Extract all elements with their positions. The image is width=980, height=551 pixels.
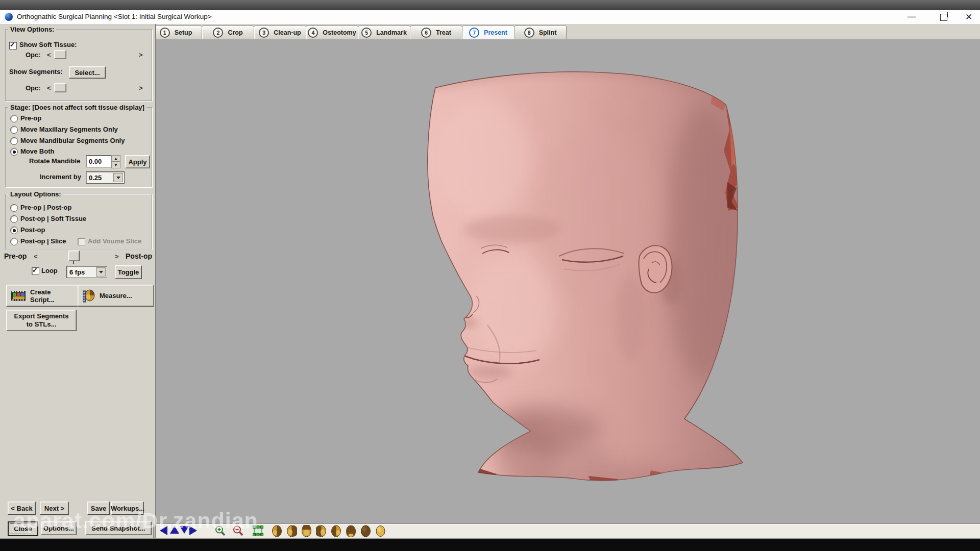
show-soft-tissue-checkbox[interactable] (9, 42, 17, 49)
radio-postop[interactable] (10, 227, 18, 234)
timeline-left-arrow-icon[interactable]: < (34, 253, 38, 260)
radio-move-maxillary[interactable] (10, 126, 18, 134)
show-soft-tissue-label: Show Soft Tissue: (19, 41, 77, 48)
fps-dropdown[interactable]: 6 fps (66, 266, 107, 278)
add-volume-slice-checkbox (78, 238, 85, 245)
radio-pre-op-label: Pre-op (20, 114, 41, 122)
tab-number: 4 (308, 28, 318, 38)
app-icon (5, 13, 13, 21)
tab-splint[interactable]: 8 Splint (514, 26, 567, 40)
tab-label: Treat (436, 29, 451, 36)
measure-button[interactable]: Measure... (78, 285, 154, 307)
head-view-back-icon[interactable] (360, 525, 371, 537)
apply-button[interactable]: Apply (125, 155, 150, 168)
rotate-mandible-input[interactable]: 0.00 (86, 155, 113, 167)
head-view-back-oblique-icon[interactable] (346, 525, 356, 537)
restore-icon[interactable] (940, 14, 947, 21)
slider-right-arrow-icon[interactable]: > (139, 84, 143, 92)
postop-label: Post-op (126, 252, 152, 260)
radio-postop-soft-tissue-label: Post-op | Soft Tissue (20, 215, 86, 222)
toggle-button[interactable]: Toggle (115, 265, 142, 279)
spin-down-icon[interactable] (111, 161, 120, 168)
radio-postop-label: Post-op (20, 226, 45, 234)
viewport-toolbar (156, 523, 980, 538)
timeline-slider[interactable] (68, 251, 80, 261)
slider-right-arrow-icon[interactable]: > (139, 51, 143, 59)
radio-move-both[interactable] (10, 148, 18, 156)
chevron-down-icon[interactable] (96, 267, 106, 277)
opacity-label: Opc: (26, 51, 41, 59)
increment-by-label: Increment by (40, 173, 81, 181)
fps-value: 6 fps (69, 268, 85, 276)
export-segments-button[interactable]: Export Segments to STLs... (6, 310, 77, 331)
tab-present[interactable]: 7 Present (462, 26, 514, 40)
tab-landmark[interactable]: 5 Landmark (358, 26, 410, 40)
soft-tissue-opacity-slider[interactable] (54, 50, 66, 59)
group-title: View Options: (8, 26, 56, 33)
title-bar: Orthognathic Surgical Planning <Slot 1: … (0, 10, 980, 24)
tab-label: Osteotomy (323, 29, 356, 36)
head-view-front-icon[interactable] (301, 525, 312, 537)
radio-postop-slice-label: Post-op | Slice (20, 237, 66, 245)
video-letterbox-bottom (0, 538, 980, 551)
tab-number: 3 (259, 28, 269, 38)
tab-label: Setup (175, 29, 192, 36)
radio-move-mandibular-label: Move Mandibular Segments Only (20, 137, 125, 144)
tab-clean-up[interactable]: 3 Clean-up (254, 26, 306, 40)
close-icon[interactable]: ✕ (963, 11, 975, 23)
group-title: Layout Options: (8, 190, 63, 198)
tab-number: 5 (361, 28, 372, 38)
head-view-right-oblique-icon[interactable] (316, 525, 327, 537)
loop-checkbox[interactable] (32, 267, 39, 275)
increment-value: 0.25 (89, 174, 102, 182)
application-window: Orthognathic Surgical Planning <Slot 1: … (0, 0, 980, 551)
tab-label: Clean-up (274, 29, 301, 36)
tab-number: 6 (421, 28, 431, 38)
tab-number: 1 (160, 28, 170, 38)
radio-postop-slice[interactable] (10, 238, 18, 245)
slider-left-arrow-icon[interactable]: < (47, 51, 51, 59)
create-script-label: Create Script... (30, 288, 55, 304)
radio-preop-postop[interactable] (10, 204, 18, 212)
tab-crop[interactable]: 2 Crop (202, 26, 254, 40)
video-watermark: aparat.com/Dr.zandian (13, 508, 258, 533)
radio-postop-soft-tissue[interactable] (10, 215, 18, 223)
rotate-mandible-label: Rotate Mandible (29, 157, 80, 165)
group-title: Stage: [Does not affect soft tissue disp… (8, 104, 146, 111)
timeline-right-arrow-icon[interactable]: > (115, 253, 119, 260)
radio-move-both-label: Move Both (20, 147, 54, 155)
video-letterbox-top (0, 0, 980, 10)
radio-move-maxillary-label: Move Maxillary Segments Only (20, 126, 118, 133)
tab-label: Present (484, 29, 507, 36)
segments-opacity-slider[interactable] (54, 83, 66, 92)
tab-number: 8 (524, 28, 534, 38)
opacity-label: Opc: (26, 84, 41, 92)
control-sidebar: View Options: Show Soft Tissue: Opc: < >… (0, 24, 156, 538)
film-strip-icon (11, 290, 26, 302)
select-segments-button[interactable]: Select... (69, 66, 106, 79)
tab-osteotomy[interactable]: 4 Osteotomy (306, 26, 358, 40)
head-view-right-icon[interactable] (331, 525, 341, 537)
tab-setup[interactable]: 1 Setup (150, 26, 202, 40)
radio-move-mandibular[interactable] (10, 137, 18, 145)
measure-head-icon (82, 289, 95, 303)
increment-dropdown[interactable]: 0.25 (86, 171, 125, 184)
minimize-icon[interactable] (908, 16, 916, 18)
measure-label: Measure... (100, 292, 132, 299)
tab-number: 2 (213, 28, 223, 38)
head-view-left-icon[interactable] (272, 525, 282, 537)
timeline-tick (73, 261, 74, 264)
3d-viewport[interactable]: RF Royal Face Center (156, 39, 980, 523)
head-view-left-oblique-icon[interactable] (286, 525, 297, 537)
preop-label: Pre-op (4, 252, 27, 260)
tab-label: Crop (228, 29, 242, 36)
head-view-top-icon[interactable] (375, 525, 386, 537)
soft-tissue-head-render (156, 39, 980, 523)
radio-pre-op[interactable] (10, 115, 18, 122)
create-script-button[interactable]: Create Script... (6, 285, 81, 307)
tab-label: Landmark (376, 29, 407, 36)
chevron-down-icon[interactable] (113, 173, 123, 182)
slider-left-arrow-icon[interactable]: < (47, 84, 51, 92)
tab-number: 7 (469, 28, 479, 38)
tab-treat[interactable]: 6 Treat (410, 26, 462, 40)
